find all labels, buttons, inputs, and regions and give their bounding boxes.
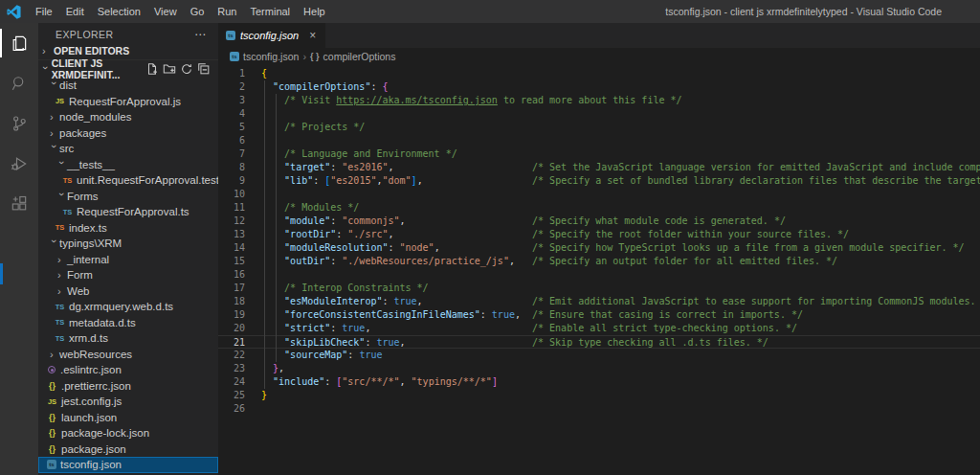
line-content: "compilerOptions": { bbox=[261, 80, 388, 94]
run-debug-icon[interactable] bbox=[0, 144, 38, 184]
tree-item-label: Form bbox=[67, 269, 93, 281]
line-number: 20 bbox=[218, 322, 261, 335]
line-content: "include": ["src/**/*", "typings/**/*"] bbox=[261, 375, 498, 389]
tree-file-requestforapproval.js[interactable]: JSRequestForApproval.js bbox=[38, 94, 218, 110]
code-line-22[interactable]: 22 "sourceMap": true bbox=[218, 349, 980, 362]
tree-file-requestforapproval.ts[interactable]: TSRequestForApproval.ts bbox=[38, 204, 218, 220]
menu-go[interactable]: Go bbox=[184, 0, 212, 23]
tree-file-.prettierrc.json[interactable]: {}.prettierrc.json bbox=[38, 378, 218, 395]
tab-tsconfig[interactable]: ts tsconfig.json × bbox=[218, 23, 325, 48]
tsconfig-file-icon: ts bbox=[230, 52, 239, 61]
code-line-3[interactable]: 3 /* Visit https://aka.ms/tsconfig.json … bbox=[218, 94, 980, 107]
workspace-section[interactable]: › CLIENT JS XRMDEFINIT... bbox=[38, 59, 218, 78]
code-line-7[interactable]: 7 /* Language and Environment */ bbox=[218, 147, 980, 161]
tree-folder-dist[interactable]: ›dist bbox=[38, 78, 218, 94]
tree-folder-form[interactable]: ›Form bbox=[38, 267, 218, 283]
tree-file-.eslintrc.json[interactable]: .eslintrc.json bbox=[38, 362, 218, 378]
code-line-15[interactable]: 15 "outDir": "./webResources/practice_/j… bbox=[218, 255, 980, 268]
collapse-all-icon[interactable] bbox=[197, 62, 211, 76]
tree-file-launch.json[interactable]: {}launch.json bbox=[38, 410, 218, 426]
code-line-8[interactable]: 8 "target": "es2016", /* Set the JavaScr… bbox=[218, 161, 980, 174]
code-line-9[interactable]: 9 "lib": ["es2015","dom"], /* Specify a … bbox=[218, 174, 980, 188]
line-content: "rootDir": "./src", /* Specify the root … bbox=[261, 228, 849, 241]
source-control-icon[interactable] bbox=[0, 103, 38, 144]
line-number: 1 bbox=[218, 67, 261, 80]
menu-run[interactable]: Run bbox=[211, 0, 243, 23]
tree-file-metadata.d.ts[interactable]: TSmetadata.d.ts bbox=[38, 315, 218, 331]
code-line-26[interactable]: 26 bbox=[218, 402, 980, 416]
tree-file-unit.requestforapproval.test.ts[interactable]: TSunit.RequestForApproval.test.ts bbox=[38, 172, 218, 189]
code-editor[interactable]: 1{2 "compilerOptions": {3 /* Visit https… bbox=[218, 65, 980, 475]
tree-folder-src[interactable]: ›src bbox=[38, 141, 218, 157]
search-icon[interactable] bbox=[0, 63, 38, 103]
code-line-1[interactable]: 1{ bbox=[218, 67, 980, 80]
more-actions-icon[interactable]: ⋯ bbox=[190, 28, 211, 41]
code-line-19[interactable]: 19 "forceConsistentCasingInFileNames": t… bbox=[218, 308, 980, 322]
line-content: "lib": ["es2015","dom"], /* Specify a se… bbox=[261, 174, 980, 188]
extensions-icon[interactable] bbox=[0, 184, 38, 224]
menu-selection[interactable]: Selection bbox=[91, 0, 147, 23]
code-line-6[interactable]: 6 bbox=[218, 134, 980, 147]
activity-bar bbox=[0, 23, 38, 475]
tree-file-index.ts[interactable]: TSindex.ts bbox=[38, 220, 218, 237]
new-folder-icon[interactable] bbox=[163, 62, 176, 76]
tree-folder-web[interactable]: ›Web bbox=[38, 283, 218, 300]
line-content: { bbox=[261, 67, 267, 80]
code-line-17[interactable]: 17 /* Interop Constraints */ bbox=[218, 282, 980, 295]
tree-folder-__tests__[interactable]: ›__tests__ bbox=[38, 157, 218, 173]
tree-file-package-lock.json[interactable]: {}package-lock.json bbox=[38, 425, 218, 441]
chevron-right-icon: › bbox=[57, 270, 67, 280]
breadcrumb: ts tsconfig.json › { } compilerOptions bbox=[218, 48, 980, 65]
tsconfig-file-icon: ts bbox=[47, 460, 56, 469]
line-content: "outDir": "./webResources/practice_/js",… bbox=[261, 255, 837, 268]
tree-file-xrm.d.ts[interactable]: TSxrm.d.ts bbox=[38, 330, 218, 347]
tree-file-tsconfig.json[interactable]: tstsconfig.json bbox=[38, 457, 218, 473]
line-number: 15 bbox=[218, 255, 261, 268]
code-line-18[interactable]: 18 "esModuleInterop": true, /* Emit addi… bbox=[218, 295, 980, 308]
tree-file-package.json[interactable]: {}package.json bbox=[38, 441, 218, 458]
menu-view[interactable]: View bbox=[147, 0, 184, 23]
indent-guide bbox=[264, 80, 265, 389]
breadcrumb-file[interactable]: tsconfig.json bbox=[243, 51, 299, 62]
tree-item-label: RequestForApproval.ts bbox=[77, 206, 189, 217]
line-number: 5 bbox=[218, 121, 261, 134]
code-line-2[interactable]: 2 "compilerOptions": { bbox=[218, 80, 980, 94]
code-line-23[interactable]: 23 }, bbox=[218, 362, 980, 375]
code-line-4[interactable]: 4 bbox=[218, 107, 980, 121]
code-line-12[interactable]: 12 "module": "commonjs", /* Specify what… bbox=[218, 215, 980, 228]
code-line-5[interactable]: 5 /* Projects */ bbox=[218, 121, 980, 134]
tree-folder-forms[interactable]: ›Forms bbox=[38, 189, 218, 205]
code-line-10[interactable]: 10 bbox=[218, 188, 980, 201]
menu-help[interactable]: Help bbox=[297, 0, 332, 23]
tree-file-dg.xrmquery.web.d.ts[interactable]: TSdg.xrmquery.web.d.ts bbox=[38, 299, 218, 315]
code-line-24[interactable]: 24 "include": ["src/**/*", "typings/**/*… bbox=[218, 375, 980, 389]
code-line-16[interactable]: 16 bbox=[218, 268, 980, 282]
new-file-icon[interactable] bbox=[145, 62, 159, 76]
tree-folder-_internal[interactable]: ›_internal bbox=[38, 252, 218, 268]
breadcrumb-symbol[interactable]: compilerOptions bbox=[323, 51, 396, 62]
refresh-icon[interactable] bbox=[180, 62, 193, 76]
code-line-21[interactable]: 21 "skipLibCheck": true, /* Skip type ch… bbox=[218, 335, 980, 349]
menu-file[interactable]: File bbox=[29, 0, 59, 23]
editor-group: ts tsconfig.json × ts tsconfig.json › { … bbox=[218, 23, 980, 475]
tree-item-label: unit.RequestForApproval.test.ts bbox=[77, 174, 218, 186]
line-number: 7 bbox=[218, 147, 261, 161]
chevron-down-icon: › bbox=[57, 192, 67, 202]
tree-file-jest.config.js[interactable]: JSjest.config.js bbox=[38, 394, 218, 410]
tree-folder-typings\xrm[interactable]: ›typings\XRM bbox=[38, 236, 218, 252]
code-line-11[interactable]: 11 /* Modules */ bbox=[218, 201, 980, 215]
code-line-20[interactable]: 20 "strict": true, /* Enable all strict … bbox=[218, 322, 980, 335]
explorer-icon[interactable] bbox=[0, 23, 38, 63]
tree-folder-packages[interactable]: ›packages bbox=[38, 125, 218, 142]
tree-item-label: dg.xrmquery.web.d.ts bbox=[69, 301, 173, 312]
ts-orange-file-icon: TS bbox=[55, 222, 65, 233]
code-line-14[interactable]: 14 "moduleResolution": "node", /* Specif… bbox=[218, 241, 980, 255]
menu-edit[interactable]: Edit bbox=[59, 0, 91, 23]
code-line-13[interactable]: 13 "rootDir": "./src", /* Specify the ro… bbox=[218, 228, 980, 241]
menu-terminal[interactable]: Terminal bbox=[244, 0, 298, 23]
tree-folder-node_modules[interactable]: ›node_modules bbox=[38, 109, 218, 125]
close-icon[interactable]: × bbox=[309, 30, 316, 41]
code-line-25[interactable]: 25} bbox=[218, 389, 980, 402]
line-content: } bbox=[261, 389, 267, 402]
tree-folder-webresources[interactable]: ›webResources bbox=[38, 347, 218, 363]
